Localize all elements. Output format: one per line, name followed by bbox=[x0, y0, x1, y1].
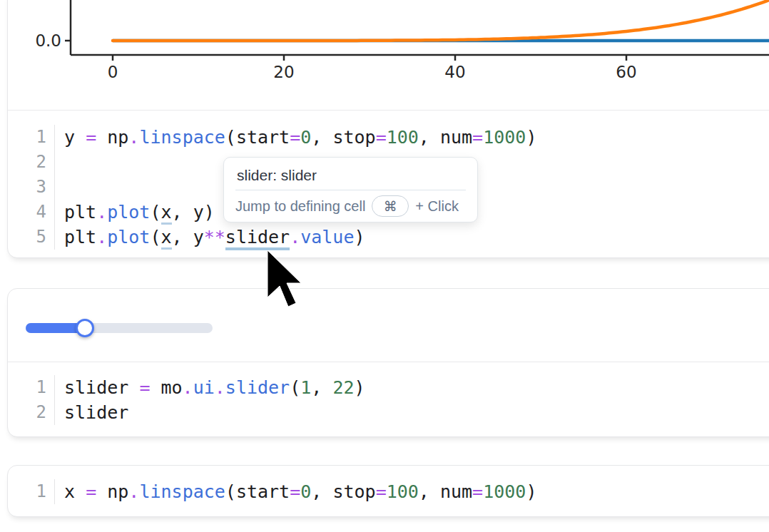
line-number: 2 bbox=[8, 150, 55, 175]
code-text: plt.plot(x, y**slider.value) bbox=[55, 225, 365, 250]
code-text bbox=[55, 150, 64, 175]
slider-widget[interactable] bbox=[26, 323, 213, 333]
tooltip-title: slider: slider bbox=[224, 158, 477, 188]
line-number: 3 bbox=[8, 175, 55, 200]
code-line[interactable]: 2slider bbox=[8, 400, 769, 425]
code-text: slider bbox=[55, 400, 128, 425]
jump-to-defining-cell-link[interactable]: Jump to defining cell bbox=[235, 198, 365, 215]
svg-text:60: 60 bbox=[616, 63, 636, 81]
code-text: plt.plot(x, y) bbox=[55, 200, 215, 225]
command-key-icon: ⌘ bbox=[384, 198, 397, 215]
cell-x-definition: 1x = np.linspace(start=0, stop=100, num=… bbox=[7, 465, 769, 517]
svg-text:20: 20 bbox=[273, 63, 294, 81]
code-line[interactable]: 1x = np.linspace(start=0, stop=100, num=… bbox=[8, 479, 769, 504]
code-editor[interactable]: 1x = np.linspace(start=0, stop=100, num=… bbox=[8, 466, 769, 518]
code-line[interactable]: 1slider = mo.ui.slider(1, 22) bbox=[8, 375, 769, 400]
notebook-page: 0.00204060 1y = np.linspace(start=0, sto… bbox=[0, 0, 769, 532]
line-number: 1 bbox=[8, 125, 55, 150]
code-line[interactable]: 1y = np.linspace(start=0, stop=100, num=… bbox=[8, 125, 769, 150]
slider-output-area bbox=[8, 289, 769, 362]
code-text: y = np.linspace(start=0, stop=100, num=1… bbox=[55, 125, 536, 150]
svg-text:0.0: 0.0 bbox=[35, 31, 61, 50]
command-key-badge: ⌘ bbox=[372, 195, 409, 217]
slider-thumb[interactable] bbox=[76, 319, 94, 337]
matplotlib-line-chart: 0.00204060 bbox=[7, 0, 769, 110]
cell-slider: 1slider = mo.ui.slider(1, 22)2slider bbox=[7, 288, 769, 437]
svg-text:0: 0 bbox=[108, 63, 118, 81]
tooltip-click-hint: + Click bbox=[415, 198, 459, 215]
line-number: 1 bbox=[8, 479, 55, 504]
svg-text:40: 40 bbox=[444, 63, 465, 81]
mouse-cursor-icon bbox=[267, 250, 304, 310]
code-line[interactable]: 5plt.plot(x, y**slider.value) bbox=[8, 225, 769, 250]
code-text: slider = mo.ui.slider(1, 22) bbox=[55, 375, 365, 400]
line-number: 2 bbox=[8, 400, 55, 425]
code-editor[interactable]: 1slider = mo.ui.slider(1, 22)2slider bbox=[8, 362, 769, 437]
plot-output-area: 0.00204060 bbox=[8, 0, 769, 111]
code-text bbox=[55, 175, 64, 200]
line-number: 1 bbox=[8, 375, 55, 400]
line-number: 5 bbox=[8, 225, 55, 250]
code-text: x = np.linspace(start=0, stop=100, num=1… bbox=[55, 479, 536, 504]
line-number: 4 bbox=[8, 200, 55, 225]
variable-tooltip: slider: slider Jump to defining cell ⌘ +… bbox=[223, 157, 478, 222]
